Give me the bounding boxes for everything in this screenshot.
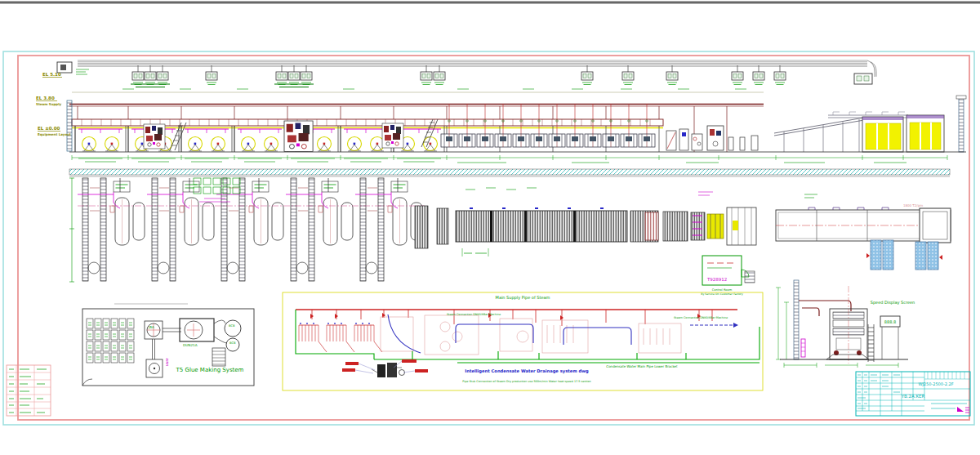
bracket-label: Condensate Water Main Pipe Lower Bracket bbox=[606, 364, 678, 368]
support-column bbox=[794, 280, 799, 359]
support-column bbox=[67, 100, 72, 151]
mixer-label: JBA bbox=[148, 325, 154, 329]
title-block-code: YB.2A.KER bbox=[901, 394, 925, 399]
pump-b-label: BCB bbox=[229, 341, 236, 345]
steam-branch-left: Steam Connection DN80/8Bar Machine bbox=[447, 313, 501, 316]
board-stack bbox=[910, 123, 941, 149]
converting-machines bbox=[630, 207, 756, 245]
control-room-code: T928912 bbox=[706, 277, 727, 282]
control-room-subcaption: By Service On Customer Factory bbox=[701, 292, 743, 296]
glue-system-title: T5 Glue Making System bbox=[176, 367, 244, 373]
elev-label-2: EL ±0.00 bbox=[38, 126, 60, 131]
elev-label-0: EL 5.10 bbox=[42, 72, 61, 77]
conveyor-note: 1800 T2/pm bbox=[903, 203, 923, 207]
control-room-caption: Control Room bbox=[712, 288, 733, 292]
title-block-model: WJ250-2500-2.2F bbox=[918, 381, 953, 386]
elev-label-2-name: Equipment Layout bbox=[38, 132, 71, 136]
system-caption: Pipe Stub Connection of Steam Dry produc… bbox=[462, 380, 591, 383]
elev-label-1: EL 3.80 bbox=[36, 96, 55, 100]
cad-sheet: EL 5.10 EL 3.80 Steam Supply EL ±0.00 Eq… bbox=[0, 0, 980, 455]
steam-title: Main Supply Pipe of Steam bbox=[496, 295, 550, 301]
speed-display-title: Speed Display Screen bbox=[871, 300, 915, 306]
tank-label: DUN21A bbox=[183, 343, 198, 347]
board-stack bbox=[866, 123, 901, 149]
speed-display-value: 888.8 bbox=[884, 319, 896, 324]
elev-label-1-name: Steam Supply bbox=[36, 102, 62, 106]
shaft-note: NNRF bbox=[166, 358, 169, 366]
cad-viewer-canvas: EL 5.10 EL 3.80 Steam Supply EL ±0.00 Eq… bbox=[0, 0, 980, 455]
pump-a-label: BCB bbox=[229, 324, 235, 328]
steam-branch-right: Steam Connection DN80/8Bar Machine bbox=[674, 316, 728, 319]
system-title: Intelligent Condensate Water Drainage sy… bbox=[465, 368, 589, 374]
